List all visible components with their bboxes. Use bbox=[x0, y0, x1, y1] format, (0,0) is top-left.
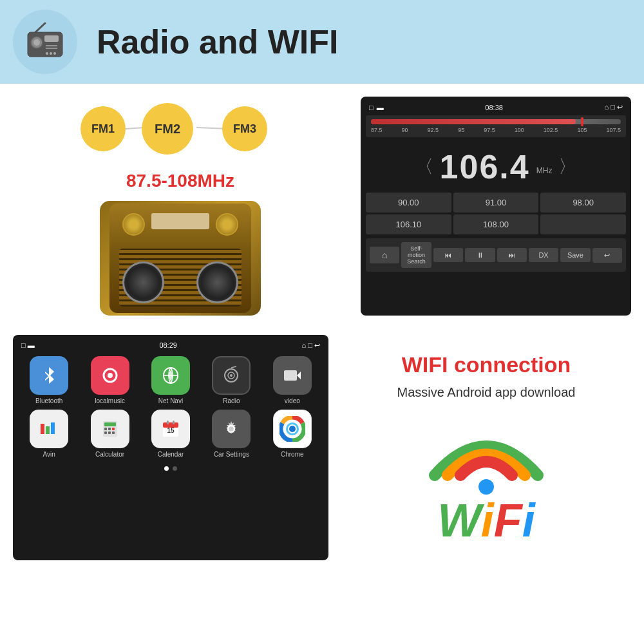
radio-display-strip bbox=[151, 213, 209, 229]
android-statusbar: □ ▬ 08:29 ⌂ □ ↩ bbox=[18, 340, 323, 353]
app-netnavi[interactable]: Net Navi bbox=[143, 356, 198, 404]
statusbar-right: ⌂ □ ↩ bbox=[605, 103, 623, 111]
calculator-label: Calculator bbox=[95, 451, 124, 458]
app-calculator[interactable]: Calculator bbox=[82, 410, 137, 458]
chrome-label: Chrome bbox=[281, 451, 304, 458]
tuner-labels: 87.59092.595 97.5100102.5105107.5 bbox=[371, 127, 621, 133]
status-time: 08:38 bbox=[485, 104, 503, 111]
preset-empty bbox=[540, 214, 626, 234]
vintage-radio-image bbox=[100, 201, 261, 316]
radio-label: Radio bbox=[223, 397, 240, 404]
app-chrome[interactable]: Chrome bbox=[265, 410, 320, 458]
radio-body bbox=[109, 204, 251, 313]
radio-statusbar: □ ▬ 08:38 ⌂ □ ↩ bbox=[366, 102, 626, 113]
svg-rect-34 bbox=[112, 431, 115, 434]
svg-rect-20 bbox=[284, 370, 297, 381]
svg-point-9 bbox=[53, 52, 56, 55]
svg-rect-29 bbox=[104, 428, 107, 430]
tuner-fill bbox=[371, 119, 576, 124]
tuner-bar: 87.59092.595 97.5100102.5105107.5 bbox=[366, 115, 626, 137]
preset-4[interactable]: 106.10 bbox=[366, 214, 451, 234]
ctrl-home[interactable]: ⌂ bbox=[370, 247, 399, 263]
bluetooth-icon bbox=[30, 356, 68, 395]
video-icon bbox=[273, 356, 312, 395]
calendar-icon: 15 bbox=[151, 410, 190, 448]
svg-rect-30 bbox=[108, 428, 111, 430]
localmusic-icon bbox=[91, 356, 129, 395]
svg-point-13 bbox=[108, 373, 113, 378]
header-icon-circle bbox=[13, 10, 77, 74]
ctrl-play[interactable]: ⏸ bbox=[465, 248, 495, 262]
svg-line-19 bbox=[231, 366, 236, 368]
app-bluetooth[interactable]: Bluetooth bbox=[21, 356, 77, 404]
calendar-label: Calendar bbox=[158, 451, 184, 458]
tuner-indicator bbox=[581, 117, 583, 126]
svg-point-8 bbox=[50, 52, 52, 55]
svg-point-45 bbox=[478, 479, 494, 495]
ctrl-prev[interactable]: ⏮ bbox=[433, 248, 463, 262]
avin-icon bbox=[30, 410, 68, 448]
car-settings-icon bbox=[212, 410, 251, 448]
wifi-text: WiFi bbox=[422, 497, 551, 544]
ctrl-next[interactable]: ⏭ bbox=[497, 248, 527, 262]
calculator-icon bbox=[91, 410, 129, 448]
ctrl-back[interactable]: ↩ bbox=[592, 248, 622, 263]
page-dots bbox=[18, 461, 323, 476]
radio-app-icon bbox=[212, 356, 251, 395]
radio-knob-left bbox=[122, 213, 145, 236]
chrome-icon bbox=[273, 410, 312, 448]
preset-3[interactable]: 98.00 bbox=[540, 193, 626, 213]
preset-2[interactable]: 91.00 bbox=[453, 193, 539, 213]
app-radio[interactable]: Radio bbox=[204, 356, 259, 404]
ctrl-save[interactable]: Save bbox=[560, 248, 590, 262]
android-status-left: □ ▬ bbox=[21, 341, 35, 350]
freq-arrow-left: 〈 bbox=[415, 155, 433, 179]
wifi-section: WIFI connection Massive Android app down… bbox=[341, 335, 631, 560]
current-frequency: 106.4 bbox=[440, 147, 530, 186]
svg-point-44 bbox=[289, 426, 296, 432]
ctrl-selfmotion[interactable]: Self-motionSearch bbox=[401, 242, 431, 268]
statusbar-left: □ ▬ bbox=[369, 104, 384, 111]
header: Radio and WIFI bbox=[0, 0, 644, 84]
svg-rect-32 bbox=[104, 431, 107, 434]
app-grid: Bluetooth localmusic bbox=[18, 353, 323, 461]
svg-text:15: 15 bbox=[167, 427, 175, 434]
app-car-settings[interactable]: Car Settings bbox=[204, 410, 259, 458]
netnavi-icon bbox=[151, 356, 190, 395]
android-status-right: ⌂ □ ↩ bbox=[302, 341, 320, 350]
fm-section: FM1 FM2 FM3 87.5-108MHz bbox=[13, 97, 348, 316]
wifi-title: WIFI connection bbox=[402, 352, 571, 378]
app-video[interactable]: video bbox=[265, 356, 320, 404]
screen-controls: ⌂ Self-motionSearch ⏮ ⏸ ⏭ DX Save ↩ bbox=[366, 238, 626, 272]
header-title: Radio and WIFI bbox=[97, 23, 339, 61]
svg-point-18 bbox=[230, 374, 232, 377]
svg-rect-28 bbox=[104, 422, 116, 426]
android-screen: □ ▬ 08:29 ⌂ □ ↩ Bluetooth bbox=[13, 335, 328, 560]
fm2-bubble: FM2 bbox=[142, 103, 193, 155]
svg-rect-31 bbox=[112, 428, 115, 430]
svg-rect-23 bbox=[41, 424, 44, 427]
preset-5[interactable]: 108.00 bbox=[453, 214, 539, 234]
radio-screen: □ ▬ 08:38 ⌂ □ ↩ 87.59092.595 97.5100102.… bbox=[361, 97, 631, 316]
bottom-content: □ ▬ 08:29 ⌂ □ ↩ Bluetooth bbox=[0, 328, 644, 567]
svg-rect-33 bbox=[108, 431, 111, 434]
wifi-subtitle: Massive Android app download bbox=[397, 383, 576, 401]
ctrl-dx[interactable]: DX bbox=[529, 248, 558, 262]
localmusic-label: localmusic bbox=[95, 397, 125, 404]
fm3-bubble: FM3 bbox=[222, 106, 267, 151]
svg-line-0 bbox=[35, 23, 45, 32]
dot-2 bbox=[173, 466, 177, 471]
app-localmusic[interactable]: localmusic bbox=[82, 356, 137, 404]
preset-grid: 90.00 91.00 98.00 106.10 108.00 bbox=[366, 193, 626, 234]
freq-arrow-right: 〉 bbox=[558, 155, 576, 179]
app-calendar[interactable]: 15 Calendar bbox=[143, 410, 198, 458]
avin-label: Avin bbox=[43, 451, 55, 458]
bluetooth-label: Bluetooth bbox=[35, 397, 62, 404]
android-status-time: 08:29 bbox=[159, 341, 177, 350]
app-avin[interactable]: Avin bbox=[21, 410, 77, 458]
freq-unit: MHz bbox=[536, 166, 553, 175]
preset-1[interactable]: 90.00 bbox=[366, 193, 451, 213]
fm-frequency-range: 87.5-108MHz bbox=[126, 171, 234, 191]
tuner-track bbox=[371, 119, 621, 124]
car-settings-label: Car Settings bbox=[214, 451, 249, 458]
